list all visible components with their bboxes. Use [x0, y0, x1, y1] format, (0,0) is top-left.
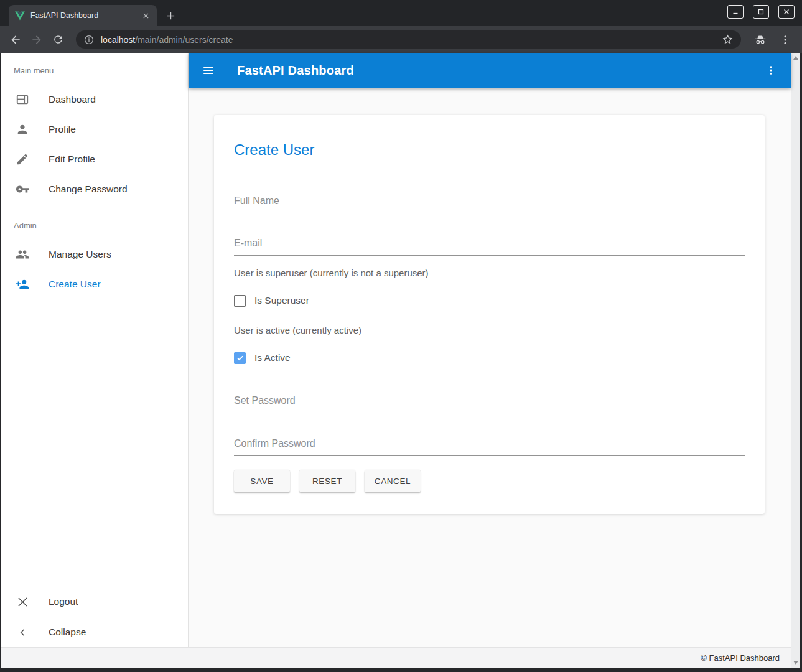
active-note: User is active (currently active) — [234, 325, 745, 336]
maximize-icon[interactable] — [753, 5, 769, 19]
sidebar: Main menu Dashboard Profile — [1, 53, 189, 647]
dashboard-icon — [15, 92, 30, 107]
save-button[interactable]: SAVE — [234, 470, 290, 492]
scrollbar[interactable] — [791, 53, 800, 668]
bookmark-star-icon[interactable] — [722, 34, 734, 45]
app-bar: FastAPI Dashboard — [189, 53, 791, 88]
checkbox-checked-icon[interactable] — [234, 352, 246, 364]
minimize-icon[interactable] — [727, 5, 744, 19]
create-user-card: Create User Full Name E-mail User is sup… — [214, 115, 765, 514]
pencil-icon — [15, 152, 30, 167]
toolbar-right — [753, 33, 791, 47]
sidebar-item-profile[interactable]: Profile — [1, 114, 188, 144]
is-active-checkbox-row[interactable]: Is Active — [234, 351, 745, 365]
status-bar: © FastAPI Dashboard — [1, 647, 791, 668]
tab-close-icon[interactable] — [141, 11, 151, 21]
is-active-label: Is Active — [254, 352, 291, 363]
full-name-label: Full Name — [234, 195, 745, 207]
app-overflow-menu-icon[interactable] — [763, 63, 778, 78]
person-icon — [15, 122, 30, 137]
people-icon — [15, 247, 30, 262]
browser-toolbar: localhost/main/admin/users/create — [0, 26, 802, 53]
sidebar-item-manage-users[interactable]: Manage Users — [1, 240, 188, 269]
sidebar-item-change-password[interactable]: Change Password — [1, 174, 188, 204]
incognito-icon — [753, 33, 767, 47]
superuser-note: User is superuser (currently is not a su… — [234, 268, 745, 279]
address-bar[interactable]: localhost/main/admin/users/create — [76, 30, 741, 49]
sidebar-section-admin: Admin — [1, 210, 188, 230]
key-icon — [15, 182, 30, 197]
browser-tab[interactable]: FastAPI Dashboard — [9, 5, 157, 26]
browser-window: FastAPI Dashboard — [0, 0, 802, 672]
confirm-password-label: Confirm Password — [234, 437, 745, 449]
app-title: FastAPI Dashboard — [237, 63, 354, 78]
close-icon — [15, 594, 30, 609]
copyright-text: © FastAPI Dashboard — [701, 653, 780, 663]
reload-icon[interactable] — [51, 33, 65, 47]
hamburger-menu-icon[interactable] — [201, 63, 216, 78]
new-tab-icon[interactable] — [162, 5, 179, 26]
close-window-icon[interactable] — [778, 5, 795, 19]
sidebar-item-logout[interactable]: Logout — [1, 587, 188, 617]
back-icon[interactable] — [9, 33, 22, 47]
full-name-field[interactable]: Full Name — [234, 195, 745, 213]
set-password-field[interactable]: Set Password — [234, 394, 745, 413]
checkbox-unchecked-icon[interactable] — [234, 295, 246, 307]
sidebar-item-dashboard[interactable]: Dashboard — [1, 85, 188, 114]
sidebar-item-collapse[interactable]: Collapse — [1, 617, 188, 647]
email-label: E-mail — [234, 237, 745, 249]
confirm-password-field[interactable]: Confirm Password — [234, 437, 745, 456]
email-field[interactable]: E-mail — [234, 237, 745, 256]
cancel-button[interactable]: CANCEL — [365, 470, 421, 492]
main-content: Create User Full Name E-mail User is sup… — [189, 88, 791, 647]
forward-icon[interactable] — [30, 33, 44, 47]
tab-strip: FastAPI Dashboard — [0, 0, 802, 26]
set-password-label: Set Password — [234, 394, 745, 406]
is-superuser-checkbox-row[interactable]: Is Superuser — [234, 294, 745, 307]
sidebar-item-edit-profile[interactable]: Edit Profile — [1, 144, 188, 174]
reset-button[interactable]: RESET — [299, 470, 355, 492]
url-text[interactable]: localhost/main/admin/users/create — [101, 35, 722, 45]
sidebar-item-create-user[interactable]: Create User — [1, 269, 188, 299]
is-superuser-label: Is Superuser — [254, 295, 309, 306]
browser-menu-icon[interactable] — [780, 34, 791, 45]
sidebar-section-main-menu: Main menu — [1, 53, 188, 75]
page-viewport: Main menu Dashboard Profile — [1, 53, 800, 668]
page-title: Create User — [234, 141, 745, 159]
person-add-icon — [15, 277, 30, 292]
info-icon[interactable] — [83, 34, 95, 45]
tab-title: FastAPI Dashboard — [30, 11, 141, 20]
window-controls — [727, 5, 795, 19]
scroll-up-icon[interactable] — [793, 56, 798, 60]
chevron-left-icon — [15, 625, 30, 640]
scroll-down-icon[interactable] — [793, 661, 798, 665]
vue-logo-icon — [15, 11, 25, 21]
